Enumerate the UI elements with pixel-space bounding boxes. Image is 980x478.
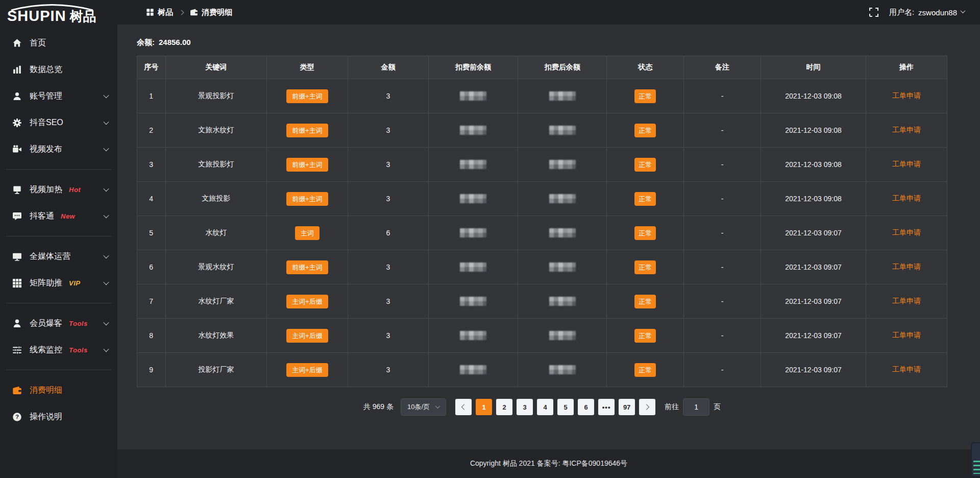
page-size-select[interactable]: 10条/页 [401, 398, 446, 416]
sidebar-divider [6, 236, 111, 236]
work-order-link[interactable]: 工单申请 [892, 160, 921, 168]
sidebar-item-3[interactable]: 抖音SEO [0, 109, 117, 136]
cell-time: 2021-12-03 09:08 [761, 182, 866, 216]
footer: Copyright 树品 2021 备案号: 粤ICP备09019646号 [117, 449, 980, 478]
masked-balance-before [460, 91, 486, 101]
page-button-97[interactable]: 97 [619, 399, 635, 415]
work-order-link[interactable]: 工单申请 [892, 262, 921, 271]
cell-index: 9 [137, 353, 166, 387]
page-size-value: 10条/页 [407, 402, 430, 412]
cell-index: 4 [137, 182, 166, 216]
cell-action: 工单申请 [866, 182, 947, 216]
cell-index: 5 [137, 216, 166, 250]
sidebar-item-label: 线索监控 [30, 345, 62, 355]
prev-page-button[interactable] [455, 399, 472, 415]
sliders-icon [12, 345, 22, 355]
sidebar-item-15[interactable]: 消费明细 [0, 377, 117, 403]
cell-index: 1 [137, 79, 166, 113]
chat-icon [12, 211, 22, 221]
page-button-1[interactable]: 1 [476, 399, 492, 415]
sidebar-divider [6, 169, 111, 170]
user-menu[interactable]: 用户名: zswodun88 [889, 8, 965, 17]
cell-time: 2021-12-03 09:08 [761, 148, 866, 182]
masked-balance-after [549, 331, 576, 340]
cell-keyword: 水纹灯厂家 [165, 284, 266, 319]
balance-label: 余额: [137, 38, 155, 46]
cell-remark: - [684, 182, 761, 216]
sidebar-item-6[interactable]: 视频加热Hot [0, 176, 117, 203]
cell-type: 主词 [266, 216, 348, 250]
cell-type: 前缀+主词 [266, 182, 348, 216]
fullscreen-icon[interactable] [869, 7, 879, 17]
cell-balance-before [429, 182, 518, 216]
sidebar-item-badge: Hot [69, 186, 81, 194]
table-row: 8水纹灯效果主词+后缀3正常-2021-12-03 09:07工单申请 [137, 319, 947, 353]
goto-label: 前往 [665, 402, 679, 412]
cell-time: 2021-12-03 09:07 [761, 319, 866, 353]
masked-balance-before [460, 160, 486, 169]
cell-remark: - [684, 353, 761, 387]
sidebar-item-7[interactable]: 抖客通New [0, 203, 117, 229]
sidebar-item-label: 会员爆客 [30, 318, 62, 329]
page-button-2[interactable]: 2 [496, 399, 512, 415]
sidebar-item-label: 抖音SEO [30, 117, 63, 128]
status-tag: 正常 [634, 260, 656, 274]
sidebar-item-4[interactable]: 视频发布 [0, 136, 117, 162]
monitor-icon [12, 252, 22, 261]
sidebar-item-1[interactable]: 数据总览 [0, 56, 117, 83]
work-order-link[interactable]: 工单申请 [892, 194, 921, 202]
cell-amount: 3 [348, 148, 429, 182]
sidebar-item-0[interactable]: 首页 [0, 30, 117, 56]
sidebar-item-badge: Tools [69, 320, 88, 327]
more-pages-button[interactable]: ••• [598, 399, 615, 415]
cell-time: 2021-12-03 09:07 [761, 284, 866, 319]
cell-amount: 3 [348, 319, 429, 353]
screen-icon [12, 185, 22, 195]
goto-page-input[interactable] [683, 398, 709, 416]
page-button-3[interactable]: 3 [517, 399, 533, 415]
sidebar-item-label: 全媒体运营 [30, 251, 70, 262]
breadcrumb-item-0[interactable]: 树品 [146, 8, 173, 17]
cell-status: 正常 [607, 250, 684, 284]
cell-type: 前缀+主词 [266, 148, 348, 182]
sidebar-item-9[interactable]: 全媒体运营 [0, 243, 117, 270]
work-order-link[interactable]: 工单申请 [892, 331, 921, 339]
cell-amount: 3 [348, 284, 429, 319]
sidebar-item-16[interactable]: ?操作说明 [0, 403, 117, 430]
masked-balance-after [549, 91, 576, 101]
page-button-6[interactable]: 6 [578, 399, 594, 415]
table-row: 7水纹灯厂家主词+后缀3正常-2021-12-03 09:07工单申请 [137, 284, 947, 319]
work-order-link[interactable]: 工单申请 [892, 228, 921, 236]
sidebar-item-12[interactable]: 会员爆客Tools [0, 310, 117, 337]
page-button-4[interactable]: 4 [537, 399, 553, 415]
chevron-down-icon [104, 254, 108, 258]
chevron-down-icon [104, 321, 108, 325]
work-order-link[interactable]: 工单申请 [892, 91, 921, 100]
topbar: 树品消费明细 用户名: zswodun88 [117, 0, 980, 25]
logo[interactable]: SHUPIN 树品 [0, 0, 117, 27]
cell-action: 工单申请 [866, 113, 947, 148]
sidebar-item-label: 矩阵助推 [30, 278, 62, 289]
work-order-link[interactable]: 工单申请 [892, 126, 921, 134]
type-tag: 前缀+主词 [286, 124, 328, 137]
table-header-row: 序号关键词类型金额扣费前余额扣费后余额状态备注时间操作 [137, 56, 947, 79]
cell-remark: - [684, 148, 761, 182]
consumption-table: 序号关键词类型金额扣费前余额扣费后余额状态备注时间操作 1景观投影灯前缀+主词3… [137, 56, 947, 387]
floating-service-widget[interactable] [971, 442, 980, 477]
cell-status: 正常 [607, 148, 684, 182]
sidebar-item-label: 视频加热 [30, 184, 62, 195]
sidebar-item-10[interactable]: 矩阵助推VIP [0, 270, 117, 296]
work-order-link[interactable]: 工单申请 [892, 297, 921, 305]
sidebar-item-label: 操作说明 [30, 412, 62, 422]
work-order-link[interactable]: 工单申请 [892, 365, 921, 373]
cell-action: 工单申请 [866, 353, 947, 387]
cell-amount: 3 [348, 113, 429, 148]
sidebar-item-13[interactable]: 线索监控Tools [0, 337, 117, 363]
next-page-button[interactable] [639, 399, 655, 415]
sidebar-item-2[interactable]: 账号管理 [0, 83, 117, 109]
balance-value: 24856.00 [159, 38, 191, 46]
cell-type: 主词+后缀 [266, 284, 348, 319]
page-button-5[interactable]: 5 [557, 399, 574, 415]
breadcrumb-item-1[interactable]: 消费明细 [190, 8, 232, 17]
cell-type: 主词+后缀 [266, 353, 348, 387]
